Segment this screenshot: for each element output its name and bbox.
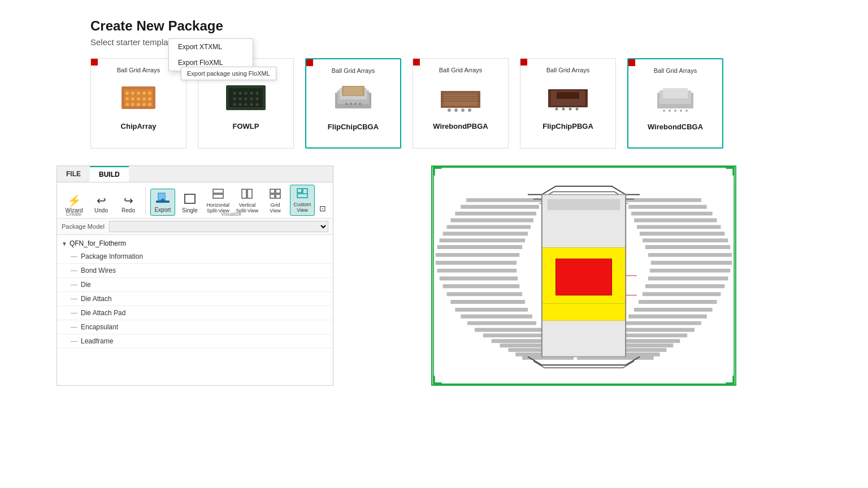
svg-point-12 bbox=[125, 103, 129, 106]
svg-point-25 bbox=[239, 98, 242, 101]
svg-rect-72 bbox=[185, 194, 195, 203]
card-name: WirebondPBGA bbox=[433, 122, 488, 130]
svg-rect-81 bbox=[297, 189, 302, 193]
tab-file[interactable]: FILE bbox=[57, 166, 90, 182]
tree-item-leadframe[interactable]: —Leadframe bbox=[57, 334, 333, 348]
svg-point-10 bbox=[142, 97, 146, 101]
svg-rect-78 bbox=[276, 189, 280, 193]
svg-point-50 bbox=[454, 108, 458, 112]
svg-rect-62 bbox=[663, 88, 688, 98]
svg-rect-71 bbox=[156, 201, 170, 203]
tree-item-encapsulant[interactable]: —Encapsulant bbox=[57, 320, 333, 334]
package-model-bar: Package Model bbox=[57, 219, 333, 235]
card-category: Ball Grid Arrays bbox=[117, 67, 160, 73]
svg-point-21 bbox=[245, 92, 248, 95]
single-view-button[interactable]: Single bbox=[177, 191, 202, 216]
svg-rect-150 bbox=[433, 376, 435, 384]
svg-point-14 bbox=[137, 103, 140, 106]
svg-point-49 bbox=[448, 108, 451, 112]
grid-view-icon bbox=[269, 188, 281, 201]
template-card-flipchipcbga[interactable]: Ball Grid Arrays FlipChipCBGA bbox=[305, 58, 401, 149]
redo-button[interactable]: ↪ Redo bbox=[116, 193, 141, 216]
svg-point-40 bbox=[350, 103, 352, 105]
svg-point-23 bbox=[256, 92, 259, 95]
tab-build[interactable]: BUILD bbox=[90, 166, 129, 182]
svg-point-3 bbox=[131, 91, 134, 95]
card-name: ChipArray bbox=[121, 122, 157, 130]
svg-point-22 bbox=[250, 92, 253, 95]
svg-point-26 bbox=[245, 98, 248, 101]
more-button[interactable]: ⊡ bbox=[317, 202, 328, 216]
svg-point-56 bbox=[555, 108, 558, 111]
svg-rect-77 bbox=[270, 189, 275, 193]
tree-item-bond-wires[interactable]: —Bond Wires bbox=[57, 264, 333, 278]
svg-point-13 bbox=[131, 103, 134, 106]
app-window: FILE BUILD ⚡ Wizard ↩ Undo ↪ Redo bbox=[57, 165, 333, 386]
card-image bbox=[113, 78, 164, 117]
svg-point-6 bbox=[148, 91, 151, 95]
svg-rect-80 bbox=[276, 194, 280, 198]
card-image bbox=[328, 79, 379, 118]
card-dot bbox=[306, 59, 313, 66]
undo-button[interactable]: ↩ Undo bbox=[89, 193, 114, 216]
viz-border bbox=[431, 165, 736, 386]
svg-point-30 bbox=[239, 103, 242, 106]
tree-item-die-attach[interactable]: —Die Attach bbox=[57, 292, 333, 306]
svg-point-58 bbox=[569, 108, 572, 111]
svg-point-8 bbox=[131, 97, 134, 101]
template-card-flipchippbga[interactable]: Ball Grid Arrays FlipChipPBGA bbox=[520, 58, 616, 149]
export-button[interactable]: Export bbox=[150, 189, 175, 216]
page-title: Create New Package bbox=[90, 18, 778, 34]
svg-rect-55 bbox=[557, 92, 579, 99]
svg-point-2 bbox=[125, 91, 129, 95]
svg-point-67 bbox=[685, 110, 688, 112]
card-dot bbox=[413, 59, 420, 66]
package-model-label: Package Model bbox=[62, 223, 105, 230]
svg-point-16 bbox=[148, 103, 151, 106]
svg-rect-83 bbox=[297, 194, 307, 198]
card-image bbox=[542, 78, 593, 117]
tree-item-package-info[interactable]: —Package Information bbox=[57, 250, 333, 264]
svg-point-51 bbox=[461, 108, 465, 112]
svg-rect-38 bbox=[344, 87, 362, 95]
template-card-chiparray[interactable]: Ball Grid Arrays ChipArray bbox=[90, 58, 186, 149]
card-image bbox=[435, 78, 486, 117]
single-view-icon bbox=[184, 193, 196, 206]
svg-point-15 bbox=[142, 103, 146, 106]
card-category: Ball Grid Arrays bbox=[332, 67, 375, 74]
grid-view-button[interactable]: GridView bbox=[263, 186, 288, 216]
export-tooltip: Export package using FloXML bbox=[181, 67, 276, 80]
svg-point-59 bbox=[576, 108, 579, 111]
custom-view-button[interactable]: CustomView bbox=[290, 185, 315, 216]
undo-icon: ↩ bbox=[97, 195, 106, 206]
card-image bbox=[220, 78, 271, 117]
svg-rect-148 bbox=[732, 167, 734, 176]
svg-point-27 bbox=[250, 98, 253, 101]
wizard-icon: ⚡ bbox=[67, 195, 81, 206]
export-xtxml-item[interactable]: Export XTXML bbox=[169, 39, 253, 55]
svg-point-28 bbox=[256, 98, 259, 101]
svg-point-52 bbox=[468, 108, 471, 112]
tree-item-die-attach-pad[interactable]: —Die Attach Pad bbox=[57, 306, 333, 320]
svg-point-63 bbox=[663, 110, 665, 112]
tree-root-item[interactable]: ▼ QFN_for_Flotherm bbox=[57, 237, 333, 250]
package-model-select[interactable] bbox=[109, 221, 328, 232]
card-category: Ball Grid Arrays bbox=[654, 67, 697, 74]
card-category: Ball Grid Arrays bbox=[546, 67, 589, 73]
svg-point-57 bbox=[562, 108, 565, 111]
svg-point-5 bbox=[142, 91, 146, 95]
svg-point-65 bbox=[674, 110, 676, 112]
svg-point-39 bbox=[345, 103, 348, 105]
svg-rect-76 bbox=[248, 189, 252, 198]
template-card-wirebondpbga[interactable]: Ball Grid Arrays WirebondPBGA bbox=[413, 58, 509, 149]
card-name: FlipChipCBGA bbox=[328, 123, 379, 131]
ribbon-toolbar: ⚡ Wizard ↩ Undo ↪ Redo bbox=[57, 182, 333, 219]
tree-item-die[interactable]: —Die bbox=[57, 278, 333, 292]
card-dot bbox=[520, 59, 527, 66]
svg-point-29 bbox=[233, 103, 236, 106]
tree-root-label: QFN_for_Flotherm bbox=[70, 239, 126, 247]
svg-point-11 bbox=[148, 97, 151, 101]
template-card-wirebondcbga[interactable]: Ball Grid Arrays WirebondCBGA bbox=[627, 58, 723, 149]
svg-rect-75 bbox=[242, 189, 246, 198]
svg-rect-74 bbox=[213, 194, 223, 198]
